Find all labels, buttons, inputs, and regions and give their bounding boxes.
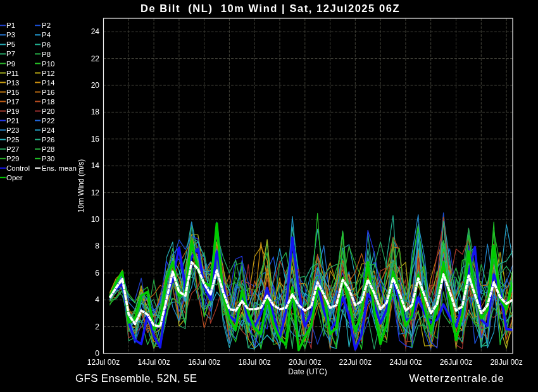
svg-text:P13: P13: [6, 79, 19, 87]
svg-text:P5: P5: [6, 40, 15, 48]
svg-text:10m Wind (m/s): 10m Wind (m/s): [77, 159, 85, 213]
svg-text:18Jul 00z: 18Jul 00z: [239, 358, 271, 367]
svg-text:P25: P25: [6, 136, 19, 144]
svg-text:P20: P20: [42, 107, 54, 115]
svg-text:Control: Control: [6, 164, 30, 172]
svg-text:0: 0: [95, 349, 99, 358]
svg-text:P4: P4: [42, 31, 51, 39]
svg-text:De Bilt (NL) 10m Wind | Sat,: De Bilt (NL) 10m Wind | Sat, 12Jul2025 0…: [141, 3, 400, 14]
svg-text:14: 14: [91, 161, 100, 170]
svg-text:10: 10: [91, 215, 100, 224]
svg-text:22Jul 00z: 22Jul 00z: [339, 358, 372, 367]
svg-text:P10: P10: [42, 60, 54, 68]
svg-text:P27: P27: [6, 145, 19, 153]
svg-text:P23: P23: [6, 126, 19, 134]
svg-text:6: 6: [95, 269, 99, 278]
svg-text:P18: P18: [42, 98, 54, 106]
svg-text:P12: P12: [42, 70, 54, 77]
svg-text:8: 8: [95, 242, 99, 250]
svg-text:P28: P28: [42, 145, 54, 153]
svg-text:26Jul 00z: 26Jul 00z: [440, 358, 472, 367]
svg-text:16Jul 00z: 16Jul 00z: [188, 358, 220, 367]
svg-text:P6: P6: [42, 41, 51, 49]
svg-text:P21: P21: [6, 117, 19, 125]
svg-text:P3: P3: [6, 31, 15, 39]
svg-text:Date (UTC): Date (UTC): [288, 367, 327, 376]
svg-text:P14: P14: [42, 79, 55, 87]
svg-text:P24: P24: [42, 126, 55, 134]
svg-text:P7: P7: [6, 50, 15, 58]
svg-text:4: 4: [95, 295, 99, 304]
svg-text:Oper: Oper: [6, 174, 23, 181]
svg-text:P17: P17: [6, 98, 19, 106]
svg-text:24Jul 00z: 24Jul 00z: [389, 358, 422, 367]
svg-text:20: 20: [91, 81, 100, 90]
svg-text:24: 24: [91, 27, 100, 36]
svg-text:18: 18: [91, 107, 100, 116]
svg-text:P22: P22: [42, 117, 54, 125]
svg-text:P29: P29: [6, 155, 19, 162]
svg-text:P16: P16: [42, 89, 54, 96]
svg-text:14Jul 00z: 14Jul 00z: [137, 358, 170, 367]
svg-text:22: 22: [91, 54, 100, 63]
svg-text:P26: P26: [42, 136, 54, 144]
svg-text:28Jul 00z: 28Jul 00z: [490, 358, 522, 367]
svg-text:P19: P19: [6, 107, 19, 115]
svg-text:P1: P1: [6, 21, 15, 29]
svg-text:P11: P11: [6, 70, 19, 77]
svg-text:GFS Ensemble, 52N, 5E: GFS Ensemble, 52N, 5E: [75, 372, 197, 384]
svg-text:12Jul 00z: 12Jul 00z: [87, 358, 120, 367]
svg-text:P8: P8: [42, 51, 51, 58]
svg-text:P15: P15: [6, 89, 19, 96]
svg-text:20Jul 00z: 20Jul 00z: [289, 358, 321, 367]
svg-text:P2: P2: [42, 21, 51, 29]
svg-text:2: 2: [95, 322, 99, 331]
svg-text:P30: P30: [42, 155, 54, 162]
svg-text:16: 16: [91, 135, 100, 144]
svg-text:12: 12: [91, 188, 100, 197]
svg-text:Wetterzentrale.de: Wetterzentrale.de: [409, 372, 504, 384]
svg-text:P9: P9: [6, 60, 15, 68]
svg-text:Ens. mean: Ens. mean: [42, 164, 77, 172]
